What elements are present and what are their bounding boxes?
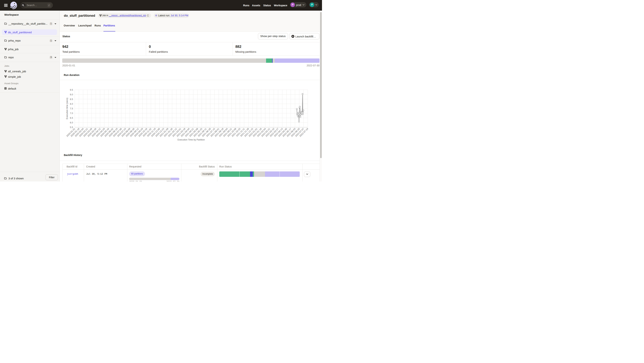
svg-text:7.5: 7.5 xyxy=(70,108,73,110)
svg-text:7.0: 7.0 xyxy=(70,112,73,114)
svg-text:6.5: 6.5 xyxy=(70,117,73,119)
svg-text:8.0: 8.0 xyxy=(70,103,73,105)
svg-text:9.0: 9.0 xyxy=(70,93,73,96)
svg-text:9.5: 9.5 xyxy=(70,89,73,91)
svg-text:5.5: 5.5 xyxy=(70,126,73,128)
svg-text:Execution time (secs): Execution time (secs) xyxy=(66,98,68,119)
svg-text:8.5: 8.5 xyxy=(70,98,73,100)
svg-text:Execution Time by Partition: Execution Time by Partition xyxy=(178,138,205,141)
svg-text:6.0: 6.0 xyxy=(70,122,73,124)
